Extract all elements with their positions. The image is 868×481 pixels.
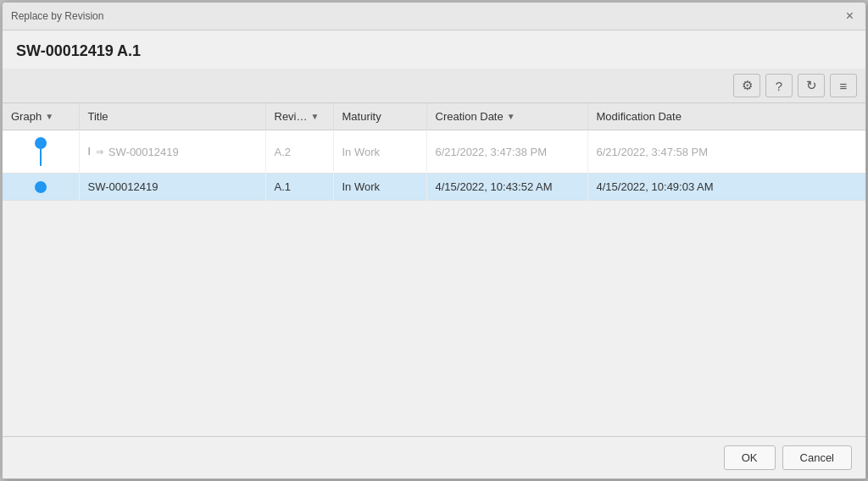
title-bar-text: Replace by Revision [11,10,103,22]
col-maturity-label: Maturity [342,110,381,123]
creation-date-cell: 4/15/2022, 10:43:52 AM [426,174,587,201]
list-icon: ≡ [840,79,848,93]
ok-button[interactable]: OK [724,445,776,470]
maturity-cell: In Work [333,174,426,201]
graph-cell [3,174,79,201]
sort-arrow-creation: ▼ [507,112,515,121]
sort-arrow-graph: ▼ [45,112,53,121]
arrow-icon: ⇒ [96,147,103,158]
graph-line [40,149,42,166]
col-modification-label: Modification Date [597,110,682,123]
refresh-button[interactable]: ↻ [798,74,825,97]
refresh-icon: ↻ [806,78,817,93]
help-button[interactable]: ? [765,74,793,97]
col-revision-label: Revi… [275,110,308,123]
table-header-row: Graph ▼ Title Revi… ▼ [3,103,865,130]
list-view-button[interactable]: ≡ [830,74,857,97]
table-row[interactable]: SW-00012419A.1In Work4/15/2022, 10:43:52… [3,174,865,201]
dialog-header: SW-00012419 A.1 [3,30,865,69]
replace-by-revision-dialog: Replace by Revision × SW-00012419 A.1 ⚙ … [2,2,866,479]
col-graph-label: Graph [11,110,42,123]
creation-date-cell: 6/21/2022, 3:47:38 PM [426,130,587,174]
dialog-title: SW-00012419 A.1 [16,42,141,59]
footer: OK Cancel [3,436,865,478]
settings-button[interactable]: ⚙ [733,74,760,97]
settings-icon: ⚙ [742,78,753,93]
table-row[interactable]: I⇒SW-00012419A.2In Work6/21/2022, 3:47:3… [3,130,865,174]
cancel-button[interactable]: Cancel [782,445,852,470]
revisions-table: Graph ▼ Title Revi… ▼ [3,103,865,201]
help-icon: ? [776,79,782,93]
graph-dot [35,137,47,149]
col-header-creation-date[interactable]: Creation Date ▼ [426,103,587,130]
title-text: SW-00012419 [88,180,159,193]
title-cell: SW-00012419 [79,174,265,201]
item-icon: I [88,146,91,158]
title-cell: I⇒SW-00012419 [79,130,265,174]
col-header-graph[interactable]: Graph ▼ [3,103,79,130]
title-bar: Replace by Revision × [3,3,865,30]
graph-cell [3,130,79,174]
modification-date-cell: 6/21/2022, 3:47:58 PM [587,130,865,174]
close-button[interactable]: × [843,8,857,25]
sort-arrow-revision: ▼ [311,112,320,121]
col-header-maturity[interactable]: Maturity [333,103,426,130]
revision-cell: A.2 [265,130,333,174]
table-body: I⇒SW-00012419A.2In Work6/21/2022, 3:47:3… [3,130,865,201]
table-container: Graph ▼ Title Revi… ▼ [3,103,865,436]
col-header-modification-date[interactable]: Modification Date [587,103,865,130]
maturity-cell: In Work [333,130,426,174]
revision-cell: A.1 [265,174,333,201]
col-title-label: Title [88,110,108,123]
col-header-revision[interactable]: Revi… ▼ [265,103,333,130]
title-text: SW-00012419 [108,146,179,158]
modification-date-cell: 4/15/2022, 10:49:03 AM [587,174,865,201]
toolbar: ⚙ ? ↻ ≡ [3,69,865,103]
graph-dot [35,181,47,193]
col-header-title[interactable]: Title [79,103,265,130]
col-creation-label: Creation Date [436,110,504,123]
